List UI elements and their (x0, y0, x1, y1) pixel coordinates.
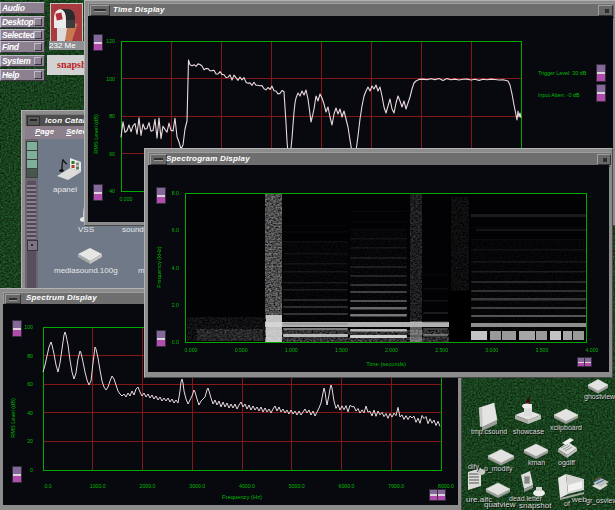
svg-text:0.000: 0.000 (185, 347, 198, 353)
svg-text:5000.0: 5000.0 (289, 483, 305, 489)
svg-text:Frequency (Hz): Frequency (Hz) (222, 494, 262, 500)
svg-text:80: 80 (109, 113, 115, 119)
svg-text:20: 20 (27, 438, 33, 444)
svg-text:40: 40 (27, 410, 33, 416)
svg-text:7000.0: 7000.0 (388, 483, 404, 489)
svg-text:4.0: 4.0 (172, 265, 179, 271)
svg-text:2.500: 2.500 (435, 347, 448, 353)
svg-text:120: 120 (106, 38, 115, 44)
svg-text:RMS Level (dB): RMS Level (dB) (93, 114, 99, 154)
svg-text:1.000: 1.000 (285, 347, 298, 353)
svg-text:80: 80 (27, 353, 33, 359)
svg-text:Input Atten: -0 dB: Input Atten: -0 dB (538, 92, 580, 98)
svg-text:0.0: 0.0 (44, 483, 51, 489)
svg-text:2.0: 2.0 (172, 302, 179, 308)
svg-text:2000.0: 2000.0 (140, 483, 156, 489)
svg-text:8.0: 8.0 (172, 190, 179, 196)
svg-text:60: 60 (27, 381, 33, 387)
svg-text:4.000: 4.000 (586, 347, 599, 353)
svg-text:3.500: 3.500 (535, 347, 548, 353)
svg-text:RMS Level (dB): RMS Level (dB) (10, 398, 16, 438)
svg-text:0: 0 (30, 467, 33, 473)
svg-text:0.0: 0.0 (172, 339, 179, 345)
svg-text:4000.0: 4000.0 (239, 483, 255, 489)
svg-text:6.0: 6.0 (172, 227, 179, 233)
svg-text:Trigger Level: 30 dB: Trigger Level: 30 dB (538, 70, 587, 76)
svg-text:Frequency (kHz): Frequency (kHz) (156, 246, 162, 287)
svg-text:0.000: 0.000 (120, 196, 133, 202)
svg-text:3000.0: 3000.0 (189, 483, 205, 489)
svg-text:1.500: 1.500 (335, 347, 348, 353)
svg-text:40: 40 (109, 188, 115, 194)
svg-text:1000.0: 1000.0 (90, 483, 106, 489)
svg-text:6000.0: 6000.0 (339, 483, 355, 489)
svg-text:100: 100 (24, 324, 33, 330)
svg-text:2.000: 2.000 (385, 347, 398, 353)
svg-text:100: 100 (106, 76, 115, 82)
svg-text:60: 60 (109, 151, 115, 157)
svg-text:3.000: 3.000 (485, 347, 498, 353)
svg-text:0.500: 0.500 (235, 347, 248, 353)
svg-text:Time (seconds): Time (seconds) (366, 361, 406, 367)
